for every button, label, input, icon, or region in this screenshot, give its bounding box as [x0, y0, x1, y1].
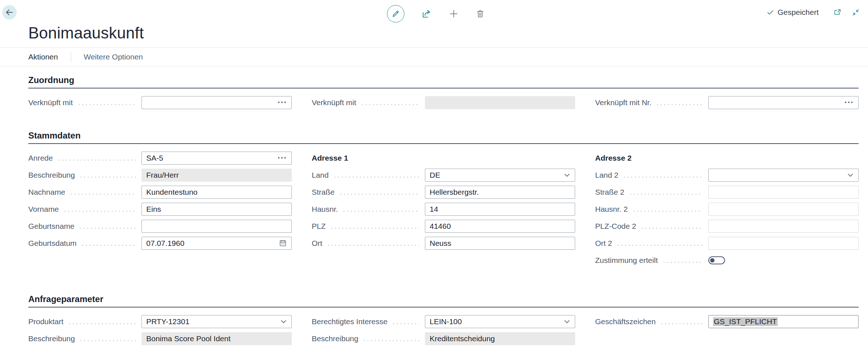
dotted-leader — [361, 104, 419, 105]
menu-divider — [71, 52, 71, 62]
field-label: Nachname — [28, 188, 65, 197]
field-vorname: Vorname Eins — [28, 203, 292, 216]
plus-icon — [449, 9, 459, 19]
trash-icon — [475, 9, 485, 18]
section-zuordnung: Zuordnung Verknüpft mit ··· Verknüpft mi… — [28, 75, 859, 113]
check-icon — [766, 8, 774, 16]
field-label: Land — [312, 171, 329, 179]
nachname-input[interactable]: Kundentestuno — [142, 186, 292, 199]
geburtsdatum-input[interactable]: 07.07.1960 — [142, 237, 292, 250]
field-label: Berechtigtes Interesse — [312, 317, 388, 326]
divider — [0, 66, 868, 66]
field-ort: Ort Neuss — [312, 237, 575, 250]
dotted-leader — [57, 160, 136, 161]
dotted-leader — [339, 194, 419, 195]
calendar-icon[interactable] — [279, 239, 287, 247]
field-label: Ort — [312, 239, 322, 248]
zustimmung-erteilt-toggle[interactable] — [708, 256, 725, 264]
chevron-down-icon[interactable] — [564, 172, 570, 178]
dotted-leader — [363, 340, 419, 341]
field-label: PLZ — [312, 222, 326, 231]
chevron-down-icon[interactable] — [847, 172, 854, 178]
anrede-input[interactable]: SA-5 ··· — [142, 152, 292, 165]
plz-code-2-input[interactable] — [708, 220, 859, 233]
field-label: Land 2 — [595, 171, 618, 179]
dotted-leader — [623, 177, 703, 178]
field-label: Straße 2 — [595, 188, 625, 197]
dotted-leader — [81, 245, 136, 246]
dotted-leader — [632, 211, 703, 212]
section-title-anfrageparameter: Anfrageparameter — [28, 294, 859, 307]
dotted-leader — [79, 340, 136, 341]
delete-button[interactable] — [475, 9, 485, 18]
hausnr-2-input[interactable] — [708, 203, 859, 216]
field-label: Beschreibung — [28, 334, 75, 343]
dotted-leader — [662, 262, 703, 263]
back-button[interactable] — [2, 5, 17, 20]
geburtsname-input[interactable] — [142, 220, 292, 233]
plz-input[interactable]: 41460 — [425, 220, 575, 233]
dotted-leader — [617, 245, 703, 246]
field-label: Verknüpft mit — [312, 98, 356, 107]
ort-input[interactable]: Neuss — [425, 237, 575, 250]
verknuepft-mit-nr-input[interactable]: ··· — [708, 96, 859, 109]
chevron-down-icon[interactable] — [280, 318, 287, 325]
collapse-button[interactable] — [851, 8, 860, 17]
open-in-window-icon — [833, 8, 842, 17]
dotted-leader — [70, 194, 136, 195]
share-icon — [421, 8, 432, 19]
chevron-down-icon[interactable] — [564, 318, 570, 325]
beschreibung-interesse-input: Kreditentscheidung — [425, 332, 575, 345]
vorname-input[interactable]: Eins — [142, 203, 292, 216]
save-status: Gespeichert — [766, 8, 819, 17]
share-button[interactable] — [421, 8, 432, 19]
assist-edit-button[interactable]: ··· — [841, 98, 854, 107]
dotted-leader — [660, 323, 703, 324]
field-verknuepft-mit-beschreibung: Verknüpft mit — [312, 96, 575, 109]
field-land: Land DE — [312, 169, 575, 182]
berechtigtes-interesse-dropdown[interactable]: LEIN-100 — [425, 315, 575, 328]
ort-2-input[interactable] — [708, 237, 859, 250]
dotted-leader — [342, 211, 419, 212]
verknuepft-mit-input[interactable]: ··· — [142, 96, 292, 109]
field-beschreibung-interesse: Beschreibung Kreditentscheidung — [312, 332, 575, 345]
window-status-group: Gespeichert — [766, 8, 860, 17]
land-2-dropdown[interactable] — [708, 169, 859, 182]
field-land-2: Land 2 — [595, 169, 859, 182]
edit-button[interactable] — [387, 5, 404, 22]
dotted-leader — [330, 228, 419, 229]
field-strasse: Straße Hellersbergstr. — [312, 186, 575, 199]
field-label: Zustimmung erteilt — [595, 256, 658, 265]
land-dropdown[interactable]: DE — [425, 169, 575, 182]
strasse-2-input[interactable] — [708, 186, 859, 199]
back-arrow-icon — [5, 8, 14, 17]
dotted-leader — [333, 177, 419, 178]
assist-edit-button[interactable]: ··· — [274, 154, 287, 162]
field-nachname: Nachname Kundentestuno — [28, 186, 292, 199]
field-label: Straße — [312, 188, 335, 197]
dotted-leader — [77, 104, 136, 105]
add-button[interactable] — [449, 9, 459, 19]
field-beschreibung-produktart: Beschreibung Bonima Score Pool Ident — [28, 332, 292, 345]
assist-edit-button[interactable]: ··· — [274, 98, 287, 107]
dotted-leader — [79, 177, 136, 178]
field-plz-code-2: PLZ-Code 2 — [595, 220, 859, 233]
field-label: Geburtsdatum — [28, 239, 77, 248]
field-anrede: Anrede SA-5 ··· — [28, 152, 292, 165]
geschaeftszeichen-input[interactable]: GS_IST_PFLICHT — [708, 315, 859, 328]
field-ort-2: Ort 2 — [595, 237, 859, 250]
menu-aktionen[interactable]: Aktionen — [28, 53, 58, 61]
dotted-leader — [629, 194, 703, 195]
menu-weitere-optionen[interactable]: Weitere Optionen — [84, 53, 143, 61]
field-label: Geschäftszeichen — [595, 317, 656, 326]
field-plz: PLZ 41460 — [312, 220, 575, 233]
section-stammdaten: Stammdaten Anrede SA-5 ··· Beschreibung — [28, 131, 859, 271]
strasse-input[interactable]: Hellersbergstr. — [425, 186, 575, 199]
action-menubar: Aktionen Weitere Optionen — [0, 48, 868, 66]
field-verknuepft-mit-nr: Verknüpft mit Nr. ··· — [595, 96, 859, 109]
open-in-window-button[interactable] — [833, 8, 842, 17]
hausnr-input[interactable]: 14 — [425, 203, 575, 216]
field-label: Ort 2 — [595, 239, 612, 248]
produktart-dropdown[interactable]: PRTY-12301 — [142, 315, 292, 328]
beschreibung-produktart-input: Bonima Score Pool Ident — [142, 332, 292, 345]
